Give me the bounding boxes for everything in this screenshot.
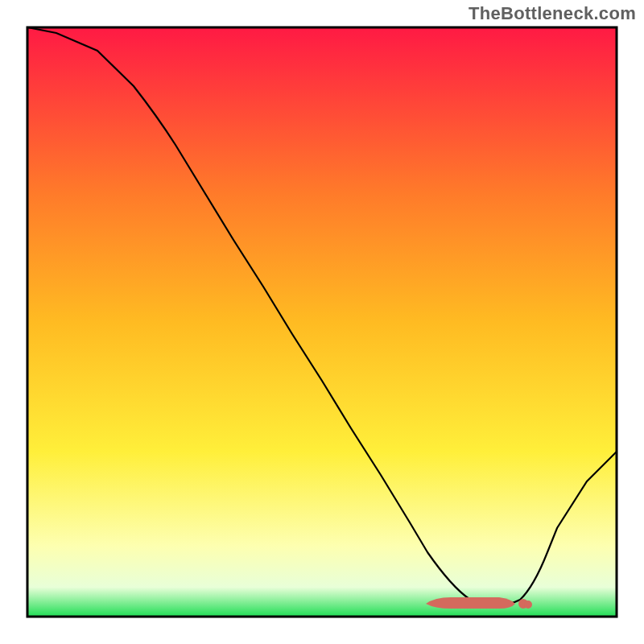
bottleneck-chart <box>0 0 644 644</box>
chart-container: { "watermark": "TheBottleneck.com", "col… <box>0 0 644 644</box>
heat-gradient <box>27 27 617 617</box>
watermark-text: TheBottleneck.com <box>469 3 636 24</box>
svg-point-2 <box>525 601 531 608</box>
